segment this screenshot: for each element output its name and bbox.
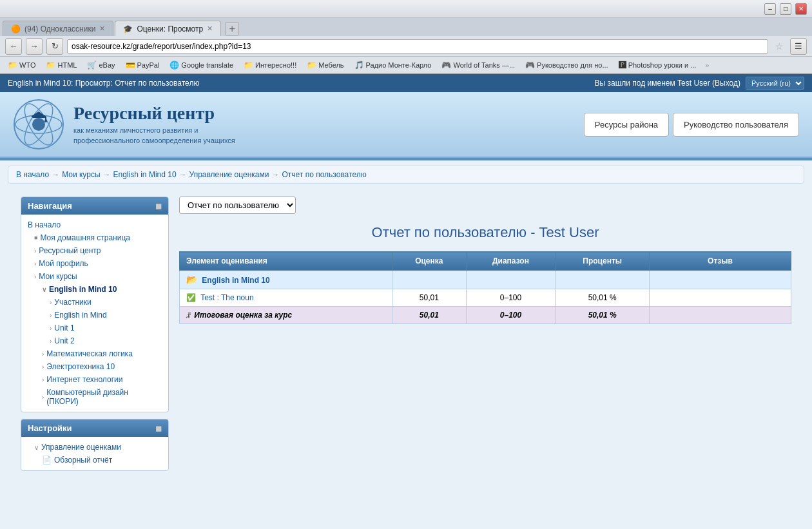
cell-percent: 50,01 % xyxy=(556,307,650,324)
folder-icon: 📂 xyxy=(186,274,197,285)
browser-frame: – □ ✕ 🟠 (94) Одноклассники ✕ 🎓 Оценки: П… xyxy=(0,0,812,74)
settings-content: ∨ Управление оценками 📄 Обзорный отчёт xyxy=(21,437,168,470)
sidebar-item-overview-report[interactable]: 📄 Обзорный отчёт xyxy=(24,454,166,466)
sidebar-item-my-homepage[interactable]: ■ Моя домашняя страница xyxy=(24,231,166,244)
sidebar-item-my-courses[interactable]: › Мои курсы xyxy=(24,270,166,283)
expand-arrow-icon: › xyxy=(34,247,36,255)
bookmark-star-icon[interactable]: ☆ xyxy=(772,39,786,53)
reload-button[interactable]: ↻ xyxy=(46,38,63,55)
tab-close-icon[interactable]: ✕ xyxy=(99,24,105,33)
translate-icon: 🌐 xyxy=(169,61,179,70)
user-info: Вы зашли под именем Test User (Выход) xyxy=(595,79,740,88)
sidebar-item-unit2[interactable]: › Unit 2 xyxy=(24,334,166,347)
bookmark-wto[interactable]: 📁 WTO xyxy=(4,59,39,71)
browser-titlebar: – □ ✕ xyxy=(0,0,812,18)
menu-button[interactable]: ☰ xyxy=(790,38,807,55)
header-nav: Ресурсы района Руководство пользователя xyxy=(584,113,799,137)
game-icon: 🎮 xyxy=(525,61,535,70)
breadcrumb-current[interactable]: Отчет по пользователю xyxy=(282,170,366,179)
site-title: Ресурсный центр xyxy=(73,103,235,124)
sidebar-item-resource-center[interactable]: › Ресурсный центр xyxy=(24,244,166,257)
radio-icon: 🎵 xyxy=(354,61,364,70)
collapse-arrow-icon: ∨ xyxy=(34,444,39,451)
tab-close-icon[interactable]: ✕ xyxy=(207,24,213,33)
site-logo xyxy=(13,99,64,150)
back-button[interactable]: ← xyxy=(5,38,22,55)
table-header-row: Элемент оценивания Оценка Диапазон Проце… xyxy=(180,252,791,271)
sidebar-item-unit1[interactable]: › Unit 1 xyxy=(24,322,166,334)
tab-grades[interactable]: 🎓 Оценки: Просмотр ✕ xyxy=(115,21,221,36)
quiz-icon: ✅ xyxy=(186,293,196,302)
report-type-select[interactable]: Отчет по пользователю xyxy=(179,197,296,214)
col-header-feedback: Отзыв xyxy=(650,252,791,271)
sigma-icon: 𝑥̄ xyxy=(186,311,189,320)
tab-odnoklassniki[interactable]: 🟠 (94) Одноклассники ✕ xyxy=(3,21,113,36)
doc-icon: 📄 xyxy=(42,456,52,465)
report-title: Отчет по пользователю - Test User xyxy=(179,224,791,241)
content-area: Навигация ◼ В начало ■ Моя домашняя стра… xyxy=(8,190,804,484)
breadcrumb-course[interactable]: English in Mind 10 xyxy=(113,170,177,179)
sidebar-item-grade-management[interactable]: ∨ Управление оценками xyxy=(24,441,166,454)
report-selector: Отчет по пользователю xyxy=(179,197,791,214)
item-name[interactable]: Test : The noun xyxy=(200,293,254,302)
sidebar-item-english-mind-10[interactable]: ∨ English in Mind 10 xyxy=(24,283,166,296)
bookmark-guide[interactable]: 🎮 Руководство для но... xyxy=(521,59,612,71)
nav-collapse-icon[interactable]: ◼ xyxy=(155,202,162,211)
grade-table: Элемент оценивания Оценка Диапазон Проце… xyxy=(179,251,791,324)
sidebar-item-participants[interactable]: › Участники xyxy=(24,296,166,309)
sidebar-item-electronics[interactable]: › Электротехника 10 xyxy=(24,360,166,373)
bookmark-interesting[interactable]: 📁 Интересно!!! xyxy=(240,59,300,71)
forward-button[interactable]: → xyxy=(26,38,43,55)
cell-element: ✅ Test : The noun xyxy=(180,289,392,307)
nav-block-header: Навигация ◼ xyxy=(21,197,168,215)
bookmark-ebay[interactable]: 🛒 eBay xyxy=(83,59,119,71)
cell-percent: 50,01 % xyxy=(556,289,650,307)
close-button[interactable]: ✕ xyxy=(795,3,807,15)
breadcrumb: В начало → Мои курсы → English in Mind 1… xyxy=(8,166,804,184)
bookmark-mebel[interactable]: 📁 Мебель xyxy=(303,59,347,71)
cell-grade: 50,01 xyxy=(392,307,467,324)
more-bookmarks[interactable]: » xyxy=(705,61,709,69)
sidebar-item-home[interactable]: В начало xyxy=(24,218,166,231)
bookmarks-bar: 📁 WTO 📁 HTML 🛒 eBay 💳 PayPal 🌐 Google tr… xyxy=(0,57,812,73)
logo-area: Ресурсный центр как механизм личностного… xyxy=(13,99,235,150)
resources-button[interactable]: Ресурсы района xyxy=(584,113,669,137)
settings-block-header: Настройки ◼ xyxy=(21,419,168,437)
table-row: 𝑥̄ Итоговая оценка за курс 50,01 0–100 5… xyxy=(180,307,791,324)
breadcrumb-home[interactable]: В начало xyxy=(16,170,49,179)
user-guide-button[interactable]: Руководство пользователя xyxy=(673,113,799,137)
col-header-range: Диапазон xyxy=(466,252,556,271)
new-tab-button[interactable]: + xyxy=(225,22,239,36)
cell-grade xyxy=(392,271,467,289)
sidebar: Навигация ◼ В начало ■ Моя домашняя стра… xyxy=(21,197,169,477)
minimize-button[interactable]: – xyxy=(764,3,776,15)
bookmark-html[interactable]: 📁 HTML xyxy=(42,59,81,71)
expand-arrow-icon: › xyxy=(34,260,36,267)
bookmark-paypal[interactable]: 💳 PayPal xyxy=(122,59,164,71)
svg-marker-6 xyxy=(31,111,46,118)
sidebar-item-internet-tech[interactable]: › Интернет технологии xyxy=(24,373,166,386)
address-input[interactable] xyxy=(67,39,768,53)
expand-arrow-icon: › xyxy=(50,325,52,332)
bookmark-photoshop[interactable]: 🅿 Photoshop уроки и ... xyxy=(615,59,701,71)
table-row: ✅ Test : The noun 50,01 0–100 50,01 % xyxy=(180,289,791,307)
top-info-bar: English in Mind 10: Просмотр: Отчет по п… xyxy=(0,74,812,92)
col-header-element: Элемент оценивания xyxy=(180,252,392,271)
sidebar-item-my-profile[interactable]: › Мой профиль xyxy=(24,257,166,270)
expand-arrow-icon: › xyxy=(50,312,52,319)
bookmark-wot[interactable]: 🎮 World of Tanks —... xyxy=(438,59,519,71)
svg-point-8 xyxy=(44,120,47,122)
settings-collapse-icon[interactable]: ◼ xyxy=(155,424,162,433)
sidebar-item-computer-design[interactable]: › Компьютерный дизайн (ПКОРИ) xyxy=(24,386,166,408)
table-row: 📂 English in Mind 10 xyxy=(180,271,791,289)
bookmark-radio[interactable]: 🎵 Радио Монте-Карло xyxy=(351,59,436,71)
breadcrumb-my-courses[interactable]: Мои курсы xyxy=(62,170,100,179)
course-name[interactable]: English in Mind 10 xyxy=(202,276,269,285)
sidebar-item-math-logic[interactable]: › Математическая логика xyxy=(24,347,166,360)
maximize-button[interactable]: □ xyxy=(780,3,791,15)
folder-icon: 📁 xyxy=(244,61,253,70)
language-selector[interactable]: Русский (ru) xyxy=(746,77,804,90)
sidebar-item-english-in-mind[interactable]: › English in Mind xyxy=(24,309,166,322)
bookmark-google-translate[interactable]: 🌐 Google translate xyxy=(166,59,237,71)
breadcrumb-grades[interactable]: Управление оценками xyxy=(189,170,269,179)
